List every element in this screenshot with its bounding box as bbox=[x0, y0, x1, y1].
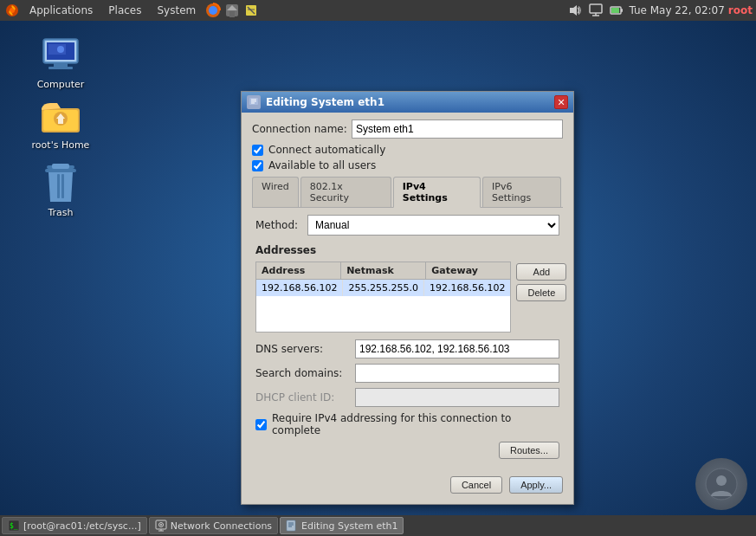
computer-icon[interactable]: Computer bbox=[26, 30, 95, 94]
method-label: Method: bbox=[255, 219, 307, 231]
taskbar-network-label: Network Connections bbox=[171, 520, 272, 532]
addr-cell-netmask: 255.255.255.0 bbox=[343, 280, 423, 296]
dialog-titlebar: Editing System eth1 ✕ bbox=[242, 92, 573, 113]
svg-rect-46 bbox=[287, 520, 295, 531]
svg-rect-29 bbox=[52, 164, 69, 169]
volume-icon[interactable] bbox=[566, 2, 584, 19]
svg-rect-5 bbox=[229, 11, 235, 17]
titlebar-left: Editing System eth1 bbox=[247, 95, 384, 109]
dhcp-input[interactable] bbox=[355, 388, 559, 407]
app-icon bbox=[3, 2, 21, 19]
home-folder-icon-img bbox=[40, 94, 81, 136]
taskbar-network[interactable]: Network Connections bbox=[149, 517, 278, 534]
connection-name-label: Connection name: bbox=[252, 123, 352, 135]
taskbar-editing-label: Editing System eth1 bbox=[301, 520, 397, 532]
bottom-buttons: Cancel Apply... bbox=[252, 469, 563, 497]
require-row: Require IPv4 addressing for this connect… bbox=[255, 412, 559, 436]
addresses-table-content: 192.168.56.102 255.255.255.0 192.168.56.… bbox=[256, 280, 510, 332]
computer-icon-img bbox=[40, 34, 81, 75]
dns-input[interactable] bbox=[355, 339, 559, 358]
svg-rect-14 bbox=[621, 9, 623, 12]
cancel-button[interactable]: Cancel bbox=[450, 476, 502, 494]
routes-button[interactable]: Routes... bbox=[499, 442, 559, 459]
system-menu[interactable]: System bbox=[150, 3, 203, 18]
search-domains-input[interactable] bbox=[355, 364, 559, 383]
pencil-icon[interactable] bbox=[242, 2, 260, 19]
top-panel: Applications Places System bbox=[0, 0, 756, 21]
tab-ipv4[interactable]: IPv4 Settings bbox=[393, 177, 481, 208]
network-taskbar-icon bbox=[155, 520, 167, 532]
table-row[interactable]: 192.168.56.102 255.255.255.0 192.168.56.… bbox=[256, 280, 510, 296]
addr-buttons: Add Delete bbox=[514, 262, 568, 339]
addresses-title: Addresses bbox=[255, 244, 559, 256]
home-icon[interactable] bbox=[223, 2, 241, 19]
method-select[interactable]: Manual bbox=[307, 215, 559, 236]
connection-name-input[interactable] bbox=[352, 119, 563, 139]
connect-auto-row: Connect automatically bbox=[252, 144, 563, 156]
apply-button[interactable]: Apply... bbox=[509, 476, 563, 494]
dns-row: DNS servers: bbox=[255, 339, 559, 358]
require-label: Require IPv4 addressing for this connect… bbox=[272, 412, 559, 436]
battery-icon[interactable] bbox=[608, 2, 625, 19]
dns-label: DNS servers: bbox=[255, 343, 355, 355]
edit-taskbar-icon bbox=[286, 520, 298, 532]
svg-rect-10 bbox=[590, 4, 602, 13]
search-domains-label: Search domains: bbox=[255, 367, 355, 379]
places-menu[interactable]: Places bbox=[101, 3, 148, 18]
dialog-icon bbox=[247, 95, 261, 109]
addr-cell-address: 192.168.56.102 bbox=[256, 280, 343, 296]
home-folder-icon[interactable]: root's Home bbox=[26, 91, 95, 154]
svg-rect-30 bbox=[45, 169, 76, 172]
delete-button[interactable]: Delete bbox=[516, 284, 566, 301]
computer-label: Computer bbox=[37, 79, 85, 90]
routes-row: Routes... bbox=[255, 442, 559, 459]
network-icon[interactable] bbox=[587, 2, 604, 19]
trash-icon[interactable]: Trash bbox=[26, 158, 95, 222]
close-button[interactable]: ✕ bbox=[554, 95, 568, 109]
dhcp-row: DHCP client ID: bbox=[255, 388, 559, 407]
svg-point-23 bbox=[57, 46, 64, 53]
addr-cell-gateway: 192.168.56.102 bbox=[424, 280, 510, 296]
watermark-badge bbox=[695, 458, 747, 510]
taskbar: $_ [root@rac01:/etc/sysc...] Network Con… bbox=[0, 515, 756, 536]
svg-point-38 bbox=[716, 475, 727, 486]
addresses-table: Address Netmask Gateway 192.168.56.102 2… bbox=[255, 262, 511, 339]
taskbar-editing[interactable]: Editing System eth1 bbox=[280, 517, 404, 534]
mozilla-icon[interactable] bbox=[204, 2, 222, 19]
home-label: root's Home bbox=[32, 139, 90, 151]
applications-menu[interactable]: Applications bbox=[23, 3, 100, 18]
tab-ipv6[interactable]: IPv6 Settings bbox=[482, 177, 561, 207]
clock: Tue May 22, 02:07 bbox=[629, 4, 724, 16]
tab-wired[interactable]: Wired bbox=[252, 177, 299, 207]
connect-auto-label: Connect automatically bbox=[268, 144, 385, 156]
available-users-checkbox[interactable] bbox=[252, 160, 263, 171]
ipv4-tab-content: Method: Manual Addresses Address Netmask… bbox=[252, 208, 563, 469]
tab-bar: Wired 802.1x Security IPv4 Settings IPv6… bbox=[252, 177, 563, 208]
connect-auto-checkbox[interactable] bbox=[252, 145, 263, 156]
svg-text:$_: $_ bbox=[10, 522, 18, 530]
svg-rect-19 bbox=[54, 63, 68, 67]
watermark bbox=[695, 458, 747, 510]
method-row: Method: Manual bbox=[255, 215, 559, 236]
dialog-title: Editing System eth1 bbox=[266, 96, 384, 108]
add-button[interactable]: Add bbox=[516, 263, 566, 281]
taskbar-terminal[interactable]: $_ [root@rac01:/etc/sysc...] bbox=[2, 517, 147, 534]
dialog: Editing System eth1 ✕ Connection name: C… bbox=[241, 91, 574, 505]
dialog-body: Connection name: Connect automatically A… bbox=[242, 113, 573, 504]
addresses-area: Address Netmask Gateway 192.168.56.102 2… bbox=[255, 262, 511, 333]
svg-point-43 bbox=[160, 524, 162, 526]
addr-col-header: Address bbox=[256, 262, 341, 279]
require-checkbox[interactable] bbox=[255, 419, 267, 430]
svg-rect-32 bbox=[61, 174, 64, 198]
addr-header: Address Netmask Gateway bbox=[256, 262, 510, 280]
netmask-col-header: Netmask bbox=[341, 262, 426, 279]
svg-point-2 bbox=[209, 6, 217, 15]
svg-rect-27 bbox=[58, 119, 63, 124]
gateway-col-header: Gateway bbox=[426, 262, 510, 279]
svg-rect-15 bbox=[611, 8, 619, 13]
tab-8021x[interactable]: 802.1x Security bbox=[300, 177, 391, 207]
available-users-row: Available to all users bbox=[252, 159, 563, 171]
svg-rect-20 bbox=[48, 67, 73, 69]
addresses-section: Address Netmask Gateway 192.168.56.102 2… bbox=[255, 262, 559, 339]
trash-label: Trash bbox=[48, 207, 73, 218]
